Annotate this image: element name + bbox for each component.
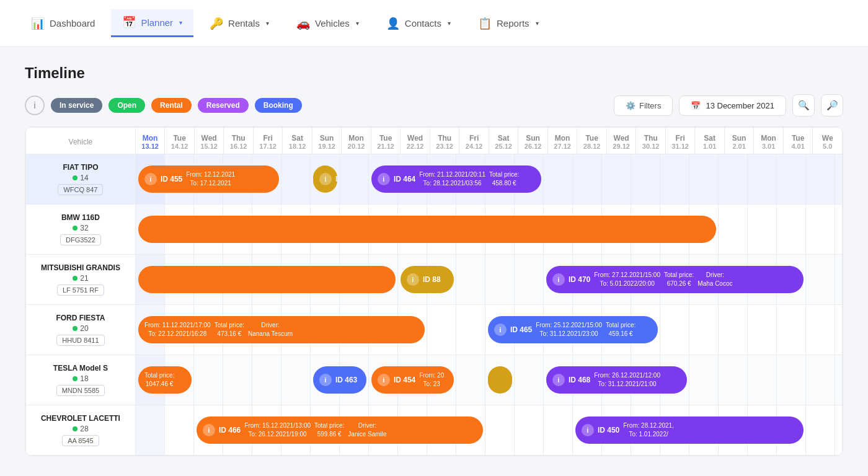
col-header-20: Sun2.01 (724, 128, 754, 154)
event-pill-470[interactable]: iID 470From: 27.12.2021/15:00To: 5.01.20… (546, 266, 804, 293)
event-pill-463[interactable]: iID 463 (313, 366, 366, 394)
pill-label: ID 470 (569, 275, 590, 284)
col-header-12: Sat25.12 (489, 128, 518, 154)
planner-chevron-icon: ▾ (179, 19, 182, 26)
timeline-header: Vehicle Mon13.12Tue14.12Wed15.12Thu16.12… (26, 128, 843, 154)
status-dot (73, 175, 78, 180)
event-pill-455[interactable]: iID 455From: 12.12.2021To: 17.12.2021 (138, 165, 279, 193)
timeline-body: FIAT TIPO 14 WFCQ 847 iID 455From: 12.12… (26, 154, 843, 456)
event-pill-450[interactable]: iID 450From: 28.12.2021,To: 1.01.2022/ (575, 416, 804, 444)
table-row: FIAT TIPO 14 WFCQ 847 iID 455From: 12.12… (26, 154, 843, 205)
event-pill-tesla-short[interactable]: Total price:1047.46 € (138, 366, 192, 394)
col-header-7: Mon20.12 (342, 128, 371, 154)
vehicle-cell-mitsubishi-grandis: MITSUBISHI GRANDIS 21 LF 5751 RF (26, 255, 136, 305)
badge-inservice[interactable]: In service (51, 98, 102, 113)
contacts-chevron-icon: ▾ (448, 20, 451, 27)
vehicle-id-chevrolet-lacetti: 28 (31, 425, 130, 433)
event-pill-464[interactable]: iID 464From: 21.12.2021/20:11To: 28.12.2… (371, 165, 541, 193)
vehicle-cell-ford-fiesta: FORD FIESTA 20 HHUD 8411 (26, 305, 136, 355)
vehicle-name-bmw-116d: BMW 116D (31, 213, 130, 222)
col-header-4: Fri17.12 (253, 128, 283, 154)
dashboard-icon: 📊 (31, 17, 45, 30)
pill-detail: From: 21.12.2021/20:11To: 28.12.2021/03:… (419, 170, 485, 188)
event-pill-88[interactable]: iID 88 (401, 266, 454, 293)
pill-detail: From: 15.12.2021/13:00To: 26.12.2021/19:… (244, 421, 311, 439)
event-pill-454[interactable]: iID 454From: 20To: 23 (371, 366, 454, 394)
event-pill-ie[interactable]: iIE (313, 165, 337, 193)
pill-price: Total price:1047.46 € (144, 371, 174, 389)
rentals-icon: 🔑 (210, 17, 223, 30)
vehicles-icon: 🚗 (296, 17, 310, 30)
pill-detail: From: 26.12.2021/12:00To: 31.12.2021/21:… (594, 371, 660, 389)
col-header-15: Tue28.12 (577, 128, 607, 154)
events-cell-mitsubishi-grandis: iID 88iID 470From: 27.12.2021/15:00To: 5… (135, 255, 842, 305)
search-button-2[interactable]: 🔎 (821, 94, 843, 117)
pill-price: Total price:459.16 € (606, 321, 636, 338)
filter-right: ⚙️ Filters 📅 13 December 2021 🔍 🔎 (614, 94, 843, 117)
event-pill-468[interactable]: iID 468From: 26.12.2021/12:00To: 31.12.2… (546, 366, 687, 394)
nav-item-rentals[interactable]: 🔑 Rentals ▾ (198, 11, 280, 37)
table-row: CHEVROLET LACETTI 28 AA 8545 iID 466From… (26, 405, 843, 456)
vehicle-plate-ford-fiesta: HHUD 8411 (56, 335, 104, 346)
event-pill-tesla-yellow[interactable] (488, 366, 512, 394)
pill-info-icon: i (378, 173, 390, 185)
table-row: MITSUBISHI GRANDIS 21 LF 5751 RF iID 88i… (26, 255, 843, 305)
calendar-icon: 📅 (691, 101, 701, 110)
event-pill-466[interactable]: iID 466From: 15.12.2021/13:00To: 26.12.2… (197, 416, 483, 444)
col-header-23: We5.0 (813, 128, 843, 154)
vehicle-name-mitsubishi-grandis: MITSUBISHI GRANDIS (31, 263, 130, 272)
event-pill-bmw-long[interactable] (138, 216, 716, 243)
filter-bar: iIn serviceOpenRentalReservedBooking ⚙️ … (25, 94, 843, 117)
pill-label: ID 464 (394, 175, 415, 183)
vehicle-id-mitsubishi-grandis: 21 (31, 274, 130, 283)
filters-button[interactable]: ⚙️ Filters (614, 95, 673, 116)
vehicle-plate-tesla-model-s: MNDN 5585 (56, 385, 105, 396)
nav-item-dashboard[interactable]: 📊 Dashboard (20, 11, 106, 37)
col-header-18: Fri31.12 (665, 128, 695, 154)
reports-label: Reports (497, 18, 529, 29)
pill-label: ID 468 (569, 376, 590, 384)
pill-price: Total price:473.16 € (215, 321, 244, 338)
vehicle-id-tesla-model-s: 18 (31, 374, 130, 383)
pill-driver: Driver:Maha Cococ (698, 271, 732, 288)
vehicle-name-chevrolet-lacetti: CHEVROLET LACETTI (31, 414, 130, 423)
date-picker-button[interactable]: 📅 13 December 2021 (679, 95, 786, 116)
timeline-container: Vehicle Mon13.12Tue14.12Wed15.12Thu16.12… (25, 126, 843, 456)
pill-detail: From: 11.12.2021/17:00To: 22.12.2021/16:… (144, 321, 211, 338)
badge-open[interactable]: Open (108, 98, 145, 113)
vehicle-plate-mitsubishi-grandis: LF 5751 RF (57, 284, 104, 296)
nav-item-contacts[interactable]: 👤 Contacts ▾ (375, 11, 462, 37)
reports-chevron-icon: ▾ (536, 20, 539, 27)
page-content: Timeline iIn serviceOpenRentalReservedBo… (0, 47, 868, 474)
badge-rental[interactable]: Rental (151, 98, 192, 113)
event-pill-mits-long[interactable] (138, 266, 396, 293)
contacts-icon: 👤 (386, 17, 400, 30)
badge-booking[interactable]: Booking (255, 98, 302, 113)
contacts-label: Contacts (405, 18, 441, 29)
vehicle-cell-fiat-tipo: FIAT TIPO 14 WFCQ 847 (26, 154, 136, 205)
table-row: TESLA Model S 18 MNDN 5585 Total price:1… (26, 355, 843, 405)
pill-info-icon: i (552, 273, 565, 286)
pill-info-icon: i (494, 324, 507, 336)
search-button-1[interactable]: 🔍 (792, 94, 815, 117)
pill-detail: From: 28.12.2021,To: 1.01.2022/ (623, 421, 674, 439)
badge-reserved[interactable]: Reserved (198, 98, 249, 113)
col-header-22: Tue4.01 (783, 128, 813, 154)
vehicle-id-ford-fiesta: 20 (31, 324, 130, 333)
pill-info-icon: i (319, 173, 332, 185)
event-pill-465[interactable]: iID 465From: 25.12.2021/15:00To: 31.12.2… (488, 316, 658, 343)
nav-item-vehicles[interactable]: 🚗 Vehicles ▾ (285, 11, 370, 37)
pill-driver: Driver:Nanana Tescum (248, 321, 293, 338)
nav-item-planner[interactable]: 📅 Planner ▾ (111, 9, 193, 37)
info-button[interactable]: i (25, 95, 45, 115)
nav-item-reports[interactable]: 📋 Reports ▾ (467, 11, 550, 37)
planner-label: Planner (141, 17, 173, 28)
event-pill-ford-long[interactable]: From: 11.12.2021/17:00To: 22.12.2021/16:… (138, 316, 425, 343)
col-header-13: Sun26.12 (518, 128, 548, 154)
vehicle-plate-chevrolet-lacetti: AA 8545 (62, 435, 99, 446)
dashboard-label: Dashboard (50, 18, 95, 29)
status-dot (73, 276, 78, 281)
planner-icon: 📅 (122, 15, 136, 29)
pill-detail: From: 25.12.2021/15:00To: 31.12.2021/23:… (536, 321, 602, 338)
vehicle-id-fiat-tipo: 14 (31, 174, 130, 182)
